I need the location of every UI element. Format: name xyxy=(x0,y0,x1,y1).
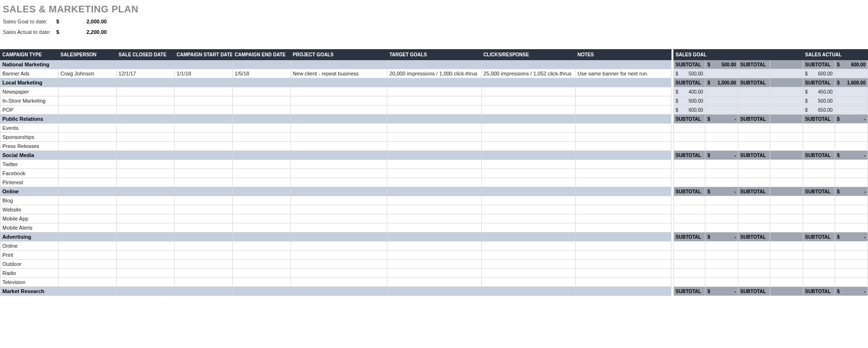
cell-salesperson[interactable] xyxy=(58,96,116,105)
section-name[interactable]: National Marketing xyxy=(0,60,59,69)
cell-end[interactable] xyxy=(233,278,291,287)
money-blank[interactable] xyxy=(705,269,738,278)
cell-clicks[interactable] xyxy=(481,214,575,223)
cell-type[interactable]: Mobile Alerts xyxy=(0,223,59,232)
section-blank[interactable] xyxy=(233,115,291,124)
cell-project[interactable] xyxy=(290,251,387,260)
cell-start[interactable] xyxy=(175,160,233,169)
cell-notes[interactable] xyxy=(575,142,672,151)
cell-target[interactable] xyxy=(387,133,481,142)
money-blank[interactable] xyxy=(770,169,803,178)
money-value[interactable] xyxy=(738,178,770,187)
cell-start[interactable] xyxy=(175,105,233,115)
money-value[interactable] xyxy=(738,196,770,205)
cell-type[interactable]: Press Releases xyxy=(0,142,59,151)
section-blank[interactable] xyxy=(233,232,291,242)
cell-notes[interactable] xyxy=(575,196,672,205)
cell-project[interactable] xyxy=(290,260,387,269)
money-value[interactable] xyxy=(673,223,705,232)
section-blank[interactable] xyxy=(387,115,481,124)
cell-project[interactable] xyxy=(290,278,387,287)
cell-clicks[interactable] xyxy=(481,269,575,278)
section-name[interactable]: Advertising xyxy=(0,232,59,242)
cell-start[interactable] xyxy=(175,260,233,269)
money-blank[interactable] xyxy=(770,105,803,115)
money-value[interactable] xyxy=(673,205,705,214)
cell-notes[interactable] xyxy=(575,269,672,278)
money-blank[interactable] xyxy=(770,260,803,269)
section-blank[interactable] xyxy=(58,151,116,160)
money-value[interactable] xyxy=(738,169,770,178)
cell-end[interactable] xyxy=(233,214,291,223)
section-blank[interactable] xyxy=(175,115,233,124)
cell-target[interactable] xyxy=(387,269,481,278)
money-value[interactable]: $- xyxy=(835,151,868,160)
cell-start[interactable] xyxy=(175,196,233,205)
money-value[interactable]: $- xyxy=(835,115,868,124)
section-blank[interactable] xyxy=(58,115,116,124)
cell-end[interactable] xyxy=(233,269,291,278)
money-value[interactable] xyxy=(803,269,835,278)
cell-type[interactable]: Outdoor xyxy=(0,260,59,269)
section-blank[interactable] xyxy=(481,187,575,196)
cell-closed[interactable] xyxy=(116,242,175,251)
cell-end[interactable] xyxy=(233,196,291,205)
cell-project[interactable] xyxy=(290,242,387,251)
cell-clicks[interactable] xyxy=(481,169,575,178)
cell-closed[interactable] xyxy=(116,205,175,214)
cell-target[interactable]: 20,000 impressions / 1,000 click-thrus xyxy=(387,69,481,78)
cell-clicks[interactable] xyxy=(481,124,575,133)
cell-target[interactable] xyxy=(387,169,481,178)
money-blank[interactable] xyxy=(705,124,738,133)
money-value[interactable] xyxy=(673,178,705,187)
money-blank[interactable] xyxy=(770,269,803,278)
money-value[interactable] xyxy=(738,278,770,287)
section-name[interactable]: Social Media xyxy=(0,151,59,160)
cell-end[interactable] xyxy=(233,251,291,260)
money-blank[interactable] xyxy=(705,105,738,115)
cell-salesperson[interactable] xyxy=(58,214,116,223)
cell-notes[interactable] xyxy=(575,105,672,115)
section-blank[interactable] xyxy=(58,78,116,87)
money-value[interactable]: $450.00 xyxy=(803,87,835,96)
section-blank[interactable] xyxy=(481,151,575,160)
cell-notes[interactable] xyxy=(575,178,672,187)
cell-notes[interactable] xyxy=(575,124,672,133)
cell-target[interactable] xyxy=(387,96,481,105)
cell-type[interactable]: Sponsorships xyxy=(0,133,59,142)
money-value[interactable] xyxy=(803,133,835,142)
cell-start[interactable] xyxy=(175,242,233,251)
cell-target[interactable] xyxy=(387,160,481,169)
cell-clicks[interactable] xyxy=(481,205,575,214)
money-blank[interactable] xyxy=(705,223,738,232)
cell-clicks[interactable] xyxy=(481,178,575,187)
cell-project[interactable] xyxy=(290,269,387,278)
cell-notes[interactable] xyxy=(575,133,672,142)
section-blank[interactable] xyxy=(387,151,481,160)
money-blank[interactable] xyxy=(705,214,738,223)
cell-salesperson[interactable] xyxy=(58,251,116,260)
cell-closed[interactable] xyxy=(116,214,175,223)
money-value[interactable] xyxy=(738,214,770,223)
cell-start[interactable] xyxy=(175,223,233,232)
cell-project[interactable] xyxy=(290,196,387,205)
cell-salesperson[interactable] xyxy=(58,269,116,278)
money-value[interactable] xyxy=(738,242,770,251)
money-value[interactable]: $600.00 xyxy=(803,69,835,78)
cell-type[interactable]: Mobile App xyxy=(0,214,59,223)
section-blank[interactable] xyxy=(387,187,481,196)
section-blank[interactable] xyxy=(575,115,672,124)
cell-clicks[interactable] xyxy=(481,105,575,115)
cell-closed[interactable] xyxy=(116,87,175,96)
money-blank[interactable] xyxy=(770,214,803,223)
cell-salesperson[interactable] xyxy=(58,205,116,214)
cell-start[interactable] xyxy=(175,142,233,151)
cell-closed[interactable] xyxy=(116,260,175,269)
money-blank[interactable] xyxy=(770,278,803,287)
money-blank[interactable] xyxy=(770,187,803,196)
section-blank[interactable] xyxy=(175,287,233,296)
cell-clicks[interactable] xyxy=(481,251,575,260)
cell-closed[interactable] xyxy=(116,178,175,187)
money-value[interactable] xyxy=(738,87,770,96)
money-value[interactable]: $500.00 xyxy=(803,96,835,105)
